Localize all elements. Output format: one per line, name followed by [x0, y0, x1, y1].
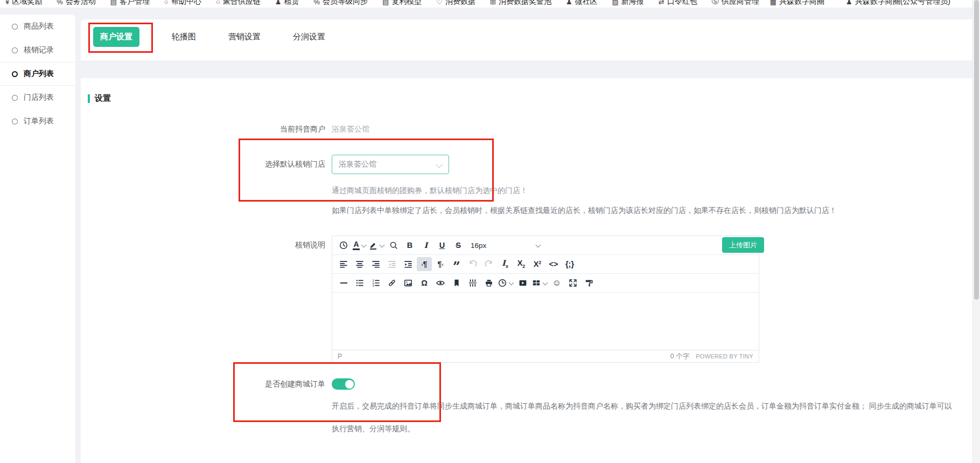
circle-icon: ○	[216, 0, 220, 6]
sidebar-item-label: 门店列表	[24, 93, 54, 102]
nav-item[interactable]: ♟兴森数字商圈(公众号管理员)	[846, 0, 950, 6]
emoticon-icon[interactable]: ☺	[549, 276, 564, 290]
create-order-toggle[interactable]	[332, 378, 355, 390]
italic-icon[interactable]: I	[418, 238, 433, 252]
subscript-icon[interactable]: X2	[514, 257, 529, 271]
nav-item[interactable]: ▤复利模型	[382, 0, 422, 6]
align-right-icon[interactable]	[368, 257, 383, 271]
create-order-description: 开启后，交易完成的抖音订单将同步生成商城订单，商城订单商品名称为抖音商户名称，购…	[332, 395, 954, 440]
bold-icon[interactable]: B	[402, 238, 417, 252]
special-char-icon[interactable]: Ω	[417, 276, 432, 290]
numbered-list-icon[interactable]: 123	[368, 276, 383, 290]
fullscreen-icon[interactable]	[565, 276, 580, 290]
tab-item[interactable]: 轮播图	[172, 32, 196, 42]
nav-item-label: 兴森数字商圈(公众号管理员)	[855, 0, 950, 6]
sidebar-item[interactable]: 商户列表	[0, 62, 75, 86]
nav-item[interactable]: %会务活动	[57, 0, 96, 6]
sidebar-item-label: 核销记录	[24, 45, 54, 55]
align-left-icon[interactable]	[336, 257, 351, 271]
tab-active[interactable]: 商户设置	[93, 27, 139, 47]
superscript-icon[interactable]: X2	[530, 257, 545, 271]
nav-item[interactable]: ▦兴森数字商圈	[770, 0, 824, 6]
underline-icon[interactable]: U	[435, 238, 450, 252]
bullet-list-icon[interactable]	[352, 276, 367, 290]
nav-item[interactable]: ○聚合供应链	[216, 0, 261, 6]
element-path: P	[338, 353, 342, 360]
store-select[interactable]: 浴泉荟公馆	[332, 155, 449, 174]
nav-item-label: 兴森数字商圈	[779, 0, 824, 6]
percent-icon: %	[313, 0, 320, 6]
indent-icon[interactable]	[401, 257, 416, 271]
scrollbar[interactable]	[972, 0, 980, 463]
chevron-down-icon	[380, 242, 385, 247]
nav-item[interactable]: ▤客户管理	[110, 0, 150, 6]
person-icon: ♟	[566, 0, 572, 6]
highlight-color-icon[interactable]	[368, 238, 385, 252]
box-plus-icon: ⊞	[490, 0, 496, 6]
nav-item-label: 会员等级同步	[323, 0, 368, 6]
print-icon[interactable]	[481, 276, 496, 290]
document-icon: ▤	[110, 0, 117, 6]
outdent-icon	[384, 257, 400, 271]
nav-item-label: 客户管理	[120, 0, 150, 6]
nav-item-label: 复利模型	[391, 0, 422, 6]
nav-item[interactable]: ▨新海报	[612, 0, 644, 6]
sidebar-item[interactable]: 订单列表	[0, 109, 75, 133]
section-title: 设置	[88, 93, 111, 103]
page-break-icon[interactable]	[465, 276, 480, 290]
table-icon[interactable]	[531, 276, 548, 290]
nav-item[interactable]: ♟租赁	[275, 0, 299, 6]
redo-icon	[481, 257, 496, 271]
image-icon: ▨	[612, 0, 619, 6]
rtl-icon[interactable]: ¶‹	[433, 257, 448, 271]
nav-item-label: 聚合供应链	[223, 0, 261, 6]
sidebar-item[interactable]: 门店列表	[0, 86, 75, 109]
section-title-bar-icon	[88, 94, 90, 103]
media-icon[interactable]	[515, 276, 530, 290]
nav-item[interactable]: ⇄口令红包	[659, 0, 697, 6]
editor-content-area[interactable]	[332, 293, 759, 350]
code-icon[interactable]: <>	[546, 257, 561, 271]
tiny-brand-link[interactable]: POWERED BY TINY	[696, 353, 753, 360]
nav-item[interactable]: %会员等级同步	[313, 0, 368, 6]
nav-item[interactable]: ⊞消费数据奖金池	[490, 0, 551, 6]
nav-item-label: 租赁	[284, 0, 299, 6]
grid-icon: ▦	[770, 0, 776, 6]
link-icon[interactable]	[384, 276, 400, 290]
sidebar-item[interactable]: 核销记录	[0, 38, 75, 62]
text-color-icon[interactable]: A	[352, 238, 367, 252]
preview-icon[interactable]	[433, 276, 448, 290]
store-label: 选择默认核销门店	[188, 160, 325, 169]
nav-item[interactable]: ○帮助中心	[164, 0, 201, 6]
nav-item[interactable]: ♡消费数据	[436, 0, 475, 6]
undo-icon	[465, 257, 480, 271]
toolbar-icons: ABIUS16px	[335, 238, 545, 252]
font-size-icon[interactable]: 16px	[467, 238, 545, 252]
blockquote-icon[interactable]: ”	[449, 257, 464, 271]
nav-item[interactable]: Ⓢ供应商管理	[712, 0, 759, 6]
search-icon[interactable]	[386, 238, 401, 252]
horizontal-rule-icon[interactable]	[336, 276, 351, 290]
upload-image-button[interactable]: 上传图片	[722, 237, 764, 253]
ltr-icon[interactable]: ›¶	[417, 257, 432, 271]
format-paint-icon[interactable]	[582, 276, 597, 290]
clear-format-icon[interactable]: Ix	[498, 257, 513, 271]
image-icon[interactable]	[401, 276, 416, 290]
scrollbar-thumb[interactable]	[974, 0, 979, 300]
sidebar-item[interactable]: 商品列表	[0, 15, 75, 38]
align-center-icon[interactable]	[352, 257, 367, 271]
toolbar-icons: 123Ω☺	[335, 276, 597, 290]
code-sample-icon[interactable]: {;}	[562, 257, 577, 271]
settings-panel: 设置 当前抖音商户 浴泉荟公馆 选择默认核销门店 浴泉荟公馆 通过商城页面核销的…	[81, 78, 972, 463]
tab-item[interactable]: 分润设置	[293, 32, 325, 42]
nav-item[interactable]: ♟微社区	[566, 0, 598, 6]
person-icon: ♟	[275, 0, 282, 6]
insert-time-icon[interactable]	[498, 276, 514, 290]
restore-draft-icon[interactable]	[336, 238, 351, 252]
nav-item[interactable]: ¥区域奖励	[5, 0, 42, 6]
editor-toolbar-row-1: ABIUS16px 上传图片	[332, 236, 759, 255]
anchor-icon[interactable]	[449, 276, 464, 290]
radio-circle-icon	[12, 47, 18, 53]
strikethrough-icon[interactable]: S	[451, 238, 466, 252]
tab-item[interactable]: 营销设置	[228, 32, 261, 42]
